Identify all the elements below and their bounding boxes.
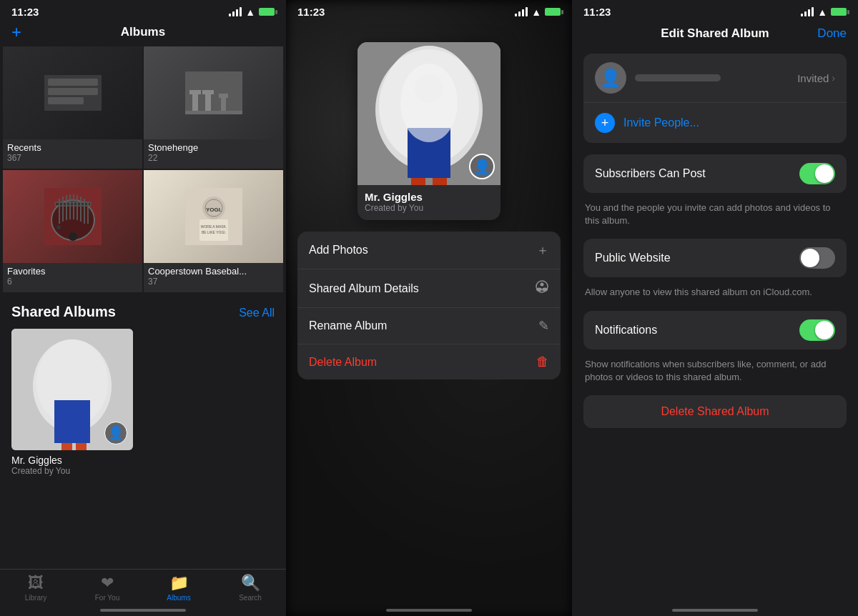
svg-rect-40 xyxy=(76,443,87,450)
person-icon: 👤 xyxy=(108,425,124,441)
subscribers-can-post-toggle[interactable] xyxy=(799,163,835,184)
albums-header: + Albums xyxy=(0,21,286,46)
svg-rect-3 xyxy=(48,97,84,104)
mg-card-name: Mr. Giggles xyxy=(365,191,493,203)
svg-rect-22 xyxy=(84,199,85,224)
rename-album-label: Rename Album xyxy=(309,319,387,332)
invited-person-row[interactable]: 👤 Invited › xyxy=(583,54,847,103)
nav-albums-label: Albums xyxy=(167,594,190,602)
yogi-image: YOGI. WORE A MASK. BE LIKE YOGI. xyxy=(185,188,242,245)
shared-details-svg xyxy=(535,279,549,294)
add-photos-label: Add Photos xyxy=(309,244,368,257)
panel-context-menu: 11:23 ▲ xyxy=(286,0,572,616)
toggle-knob-public xyxy=(801,249,819,267)
album-stonehenge-name: Stonehenge xyxy=(148,142,279,153)
wifi-icon-2: ▲ xyxy=(531,6,541,18)
album-favorites-count: 6 xyxy=(7,277,138,287)
album-cooperstown-thumb: YOGI. WORE A MASK. BE LIKE YOGI. xyxy=(144,170,283,263)
album-favorites[interactable]: Favorites 6 xyxy=(3,170,142,292)
context-add-photos[interactable]: Add Photos ＋ xyxy=(297,232,561,269)
album-stonehenge[interactable]: Stonehenge 22 xyxy=(144,46,283,169)
wifi-icon: ▲ xyxy=(245,6,255,18)
panel-albums: 11:23 ▲ + Albums xyxy=(0,0,286,616)
mg-card-info: Mr. Giggles Created by You xyxy=(358,185,500,220)
nav-search[interactable]: 🔍 Search xyxy=(214,574,286,602)
svg-rect-2 xyxy=(48,88,98,95)
svg-point-37 xyxy=(61,357,83,379)
public-website-toggle[interactable] xyxy=(799,247,835,269)
name-redacted-bar xyxy=(635,74,721,81)
invited-section: 👤 Invited › + Invite People... xyxy=(583,54,847,143)
nav-for-you[interactable]: ❤ For You xyxy=(72,574,143,602)
signal-icon-2 xyxy=(515,7,528,16)
shared-albums-title: Shared Albums xyxy=(11,304,116,320)
subscribers-can-post-section: Subscribers Can Post xyxy=(583,154,847,193)
status-icons-3: ▲ xyxy=(801,6,847,18)
invite-plus-icon: + xyxy=(595,113,615,133)
invite-people-label: Invite People... xyxy=(623,116,699,129)
svg-rect-9 xyxy=(221,96,226,111)
svg-rect-7 xyxy=(205,93,211,111)
mr-giggles-card[interactable]: 👤 Mr. Giggles Created by You xyxy=(358,42,500,220)
svg-rect-1 xyxy=(48,79,98,86)
notifications-toggle[interactable] xyxy=(799,319,835,341)
invite-people-row[interactable]: + Invite People... xyxy=(583,103,847,143)
album-favorites-thumb xyxy=(3,170,142,263)
toggle-knob-notifications xyxy=(815,321,834,339)
invited-status: Invited › xyxy=(797,72,835,84)
status-bar-3: 11:23 ▲ xyxy=(572,0,858,21)
album-recents-name: Recents xyxy=(7,142,138,153)
mr-giggles-photo: 👤 xyxy=(358,42,500,185)
shared-album-creator: Created by You xyxy=(11,466,133,476)
svg-point-51 xyxy=(541,283,544,287)
panel2-content: 11:23 ▲ xyxy=(286,0,572,616)
album-favorites-name: Favorites xyxy=(7,266,138,277)
helmet-image xyxy=(44,188,102,245)
context-shared-album-details[interactable]: Shared Album Details xyxy=(297,269,561,308)
svg-rect-18 xyxy=(69,194,71,219)
status-time-2: 11:23 xyxy=(297,6,325,18)
svg-text:WORE A MASK.: WORE A MASK. xyxy=(200,224,227,229)
panel-edit-shared-album: 11:23 ▲ Edit Shared Album Done 👤 Inv xyxy=(572,0,858,616)
album-cooperstown-count: 37 xyxy=(148,277,279,287)
albums-grid: Recents 367 Stonehenge 22 xyxy=(0,46,286,292)
svg-rect-38 xyxy=(54,400,90,443)
notifications-section: Notifications xyxy=(583,311,847,349)
shared-albums-section: Shared Albums See All xyxy=(0,292,286,482)
status-time-3: 11:23 xyxy=(583,6,611,18)
add-album-button[interactable]: + xyxy=(11,22,21,42)
nav-library[interactable]: 🖼 Library xyxy=(0,574,72,602)
subscribers-can-post-row: Subscribers Can Post xyxy=(583,154,847,193)
delete-shared-album-button[interactable]: Delete Shared Album xyxy=(583,395,847,428)
albums-icon: 📁 xyxy=(169,574,189,592)
done-button[interactable]: Done xyxy=(817,26,847,41)
public-website-row: Public Website xyxy=(583,239,847,277)
shared-album-creator-avatar: 👤 xyxy=(104,422,127,444)
context-menu: Add Photos ＋ Shared Album Details Rename… xyxy=(297,232,561,379)
album-cooperstown[interactable]: YOGI. WORE A MASK. BE LIKE YOGI. Coopers… xyxy=(144,170,283,292)
chevron-right-icon: › xyxy=(832,72,835,84)
notifications-row: Notifications xyxy=(583,311,847,349)
nav-library-label: Library xyxy=(25,594,47,602)
context-rename-album[interactable]: Rename Album ✎ xyxy=(297,308,561,344)
album-recents[interactable]: Recents 367 xyxy=(3,46,142,169)
subscribers-description: You and the people you invite can add ph… xyxy=(583,202,847,227)
context-delete-album[interactable]: Delete Album 🗑 xyxy=(297,344,561,379)
album-stonehenge-info: Stonehenge 22 xyxy=(144,139,283,169)
svg-text:YOGI.: YOGI. xyxy=(205,207,221,213)
public-website-description: Allow anyone to view this shared album o… xyxy=(583,286,847,299)
search-icon: 🔍 xyxy=(241,574,260,592)
svg-rect-47 xyxy=(411,178,425,185)
see-all-button[interactable]: See All xyxy=(239,307,275,319)
shared-album-mr-giggles[interactable]: 👤 Mr. Giggles Created by You xyxy=(11,329,133,476)
nav-albums[interactable]: 📁 Albums xyxy=(143,574,214,602)
home-indicator-3 xyxy=(672,609,758,612)
svg-rect-39 xyxy=(61,443,72,450)
battery-icon xyxy=(259,8,275,16)
svg-rect-21 xyxy=(80,197,82,222)
svg-point-52 xyxy=(536,288,542,292)
svg-rect-15 xyxy=(59,199,60,224)
album-stonehenge-thumb xyxy=(144,46,283,139)
svg-rect-6 xyxy=(189,90,201,94)
mr-giggles-avatar: 👤 xyxy=(469,154,495,179)
